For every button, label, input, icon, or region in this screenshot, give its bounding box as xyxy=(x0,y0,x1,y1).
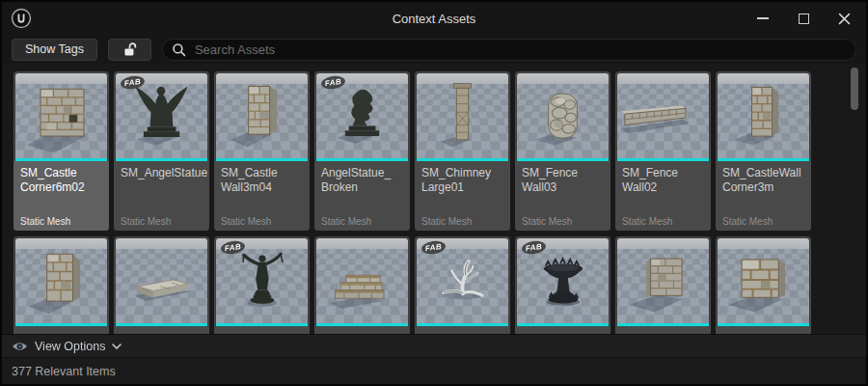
asset-type-label: Static Mesh xyxy=(20,216,102,227)
asset-card[interactable] xyxy=(314,236,410,334)
asset-card[interactable]: FAB xyxy=(415,236,510,334)
title-bar: Context Assets xyxy=(2,2,866,35)
asset-thumbnail xyxy=(718,238,809,323)
castle-wall-pillar-thumb xyxy=(216,73,308,158)
asset-card[interactable] xyxy=(14,236,109,334)
asset-label-area xyxy=(615,326,711,334)
unlock-icon xyxy=(122,41,138,57)
minimize-icon xyxy=(757,17,769,19)
asset-thumbnail: FAB xyxy=(116,73,207,158)
asset-card[interactable]: FAB SM_AngelStatue Static Mesh xyxy=(114,71,209,231)
brick-pillar-thumb xyxy=(718,73,809,158)
long-low-wall-thumb xyxy=(617,73,709,158)
asset-card[interactable]: FAB xyxy=(214,236,310,334)
asset-card[interactable] xyxy=(615,236,711,334)
asset-label-area xyxy=(14,326,109,334)
asset-card[interactable]: SM_Fence Wall02 Static Mesh xyxy=(615,71,711,231)
asset-label-area xyxy=(314,326,410,334)
minimize-button[interactable] xyxy=(743,2,783,35)
asset-thumbnail xyxy=(15,238,107,323)
asset-type-label: Static Mesh xyxy=(121,216,203,227)
asset-name: SM_Chimney Large01 xyxy=(421,166,503,195)
context-assets-window: Context Assets Show Tags xyxy=(0,0,868,386)
close-icon xyxy=(838,13,851,25)
asset-thumbnail xyxy=(15,73,107,158)
asset-label-area xyxy=(515,326,610,334)
asset-name: SM_Fence Wall02 xyxy=(622,166,704,195)
asset-thumbnail: FAB xyxy=(216,238,308,323)
asset-card[interactable] xyxy=(716,236,811,334)
asset-card[interactable]: SM_Chimney Large01 Static Mesh xyxy=(415,71,510,231)
asset-type-label: Static Mesh xyxy=(321,216,403,227)
asset-thumbnail xyxy=(617,73,709,158)
asset-label-area: AngelStatue_ Broken Static Mesh xyxy=(314,161,410,231)
brick-wall-chunk-thumb xyxy=(718,238,809,323)
asset-label-area: SM_Castle Wall3m04 Static Mesh xyxy=(214,161,310,231)
asset-name: SM_AngelStatue xyxy=(121,166,203,180)
maximize-button[interactable] xyxy=(783,2,824,35)
asset-card[interactable]: FAB AngelStatue_ Broken Static Mesh xyxy=(314,71,410,231)
asset-thumbnail xyxy=(617,238,709,323)
asset-label-area xyxy=(114,326,209,334)
window-title: Context Assets xyxy=(2,12,866,26)
asset-card[interactable]: SM_CastleWall Corner3m Static Mesh xyxy=(716,71,811,231)
status-bar: 377 Relevant Items xyxy=(2,357,866,384)
asset-thumbnail: FAB xyxy=(517,238,609,323)
asset-type-label: Static Mesh xyxy=(522,216,604,227)
asset-label-area: SM_AngelStatue Static Mesh xyxy=(114,161,209,231)
asset-label-area: SM_Chimney Large01 Static Mesh xyxy=(415,161,510,231)
asset-thumbnail: FAB xyxy=(316,73,408,158)
lock-button[interactable] xyxy=(108,39,151,61)
asset-type-label: Static Mesh xyxy=(221,216,303,227)
asset-name: SM_Fence Wall03 xyxy=(522,166,604,195)
stone-slab-thumb xyxy=(116,238,207,323)
asset-card[interactable] xyxy=(114,236,209,334)
asset-thumbnail: FAB xyxy=(417,238,508,323)
asset-label-area xyxy=(716,326,811,334)
asset-label-area: SM_Castle Corner6m02 Static Mesh xyxy=(14,161,109,231)
asset-type-label: Static Mesh xyxy=(622,216,704,227)
show-tags-button[interactable]: Show Tags xyxy=(12,39,97,61)
maximize-icon xyxy=(799,14,809,24)
asset-name: SM_CastleWall Corner3m xyxy=(722,166,804,195)
asset-label-area: SM_CastleWall Corner3m Static Mesh xyxy=(716,161,811,231)
asset-type-label: Static Mesh xyxy=(722,216,804,227)
view-options-button[interactable]: View Options xyxy=(2,334,866,357)
asset-thumbnail xyxy=(718,73,809,158)
chevron-down-icon xyxy=(112,344,122,349)
asset-thumbnail xyxy=(316,238,408,323)
asset-browser-content: SM_Castle Corner6m02 Static Mesh FAB SM_… xyxy=(2,64,866,334)
asset-label-area xyxy=(214,326,310,334)
asset-thumbnail xyxy=(517,73,609,158)
search-input[interactable] xyxy=(193,41,847,58)
asset-card[interactable]: SM_Fence Wall03 Static Mesh xyxy=(515,71,610,231)
stone-steps-thumb xyxy=(316,238,408,323)
vertical-scrollbar-thumb[interactable] xyxy=(851,68,858,110)
brick-pillar-wide-thumb xyxy=(15,238,107,323)
asset-card[interactable]: SM_Castle Wall3m04 Static Mesh xyxy=(214,71,310,231)
asset-name: SM_Castle Wall3m04 xyxy=(221,166,303,195)
close-button[interactable] xyxy=(824,2,864,35)
asset-label-area xyxy=(415,326,510,334)
asset-name: AngelStatue_ Broken xyxy=(321,166,403,195)
asset-card[interactable]: FAB xyxy=(515,236,610,334)
asset-thumbnail xyxy=(216,73,308,158)
search-box xyxy=(162,39,856,61)
boulder-pillar-thumb xyxy=(517,73,609,158)
relevant-items-count: 377 Relevant Items xyxy=(12,365,116,378)
view-options-label: View Options xyxy=(35,340,105,353)
stone-wall-corner-thumb xyxy=(15,73,107,158)
asset-name: SM_Castle Corner6m02 xyxy=(20,166,102,195)
chimney-column-thumb xyxy=(417,73,508,158)
asset-thumbnail xyxy=(116,238,207,323)
brick-wall-thumb xyxy=(617,238,709,323)
window-controls xyxy=(743,2,864,35)
asset-grid: SM_Castle Corner6m02 Static Mesh FAB SM_… xyxy=(14,71,811,334)
asset-label-area: SM_Fence Wall03 Static Mesh xyxy=(515,161,610,231)
asset-thumbnail xyxy=(417,73,508,158)
asset-type-label: Static Mesh xyxy=(421,216,503,227)
eye-icon xyxy=(12,341,28,352)
asset-card[interactable]: SM_Castle Corner6m02 Static Mesh xyxy=(14,71,109,231)
search-icon xyxy=(172,42,186,57)
asset-label-area: SM_Fence Wall02 Static Mesh xyxy=(615,161,711,231)
